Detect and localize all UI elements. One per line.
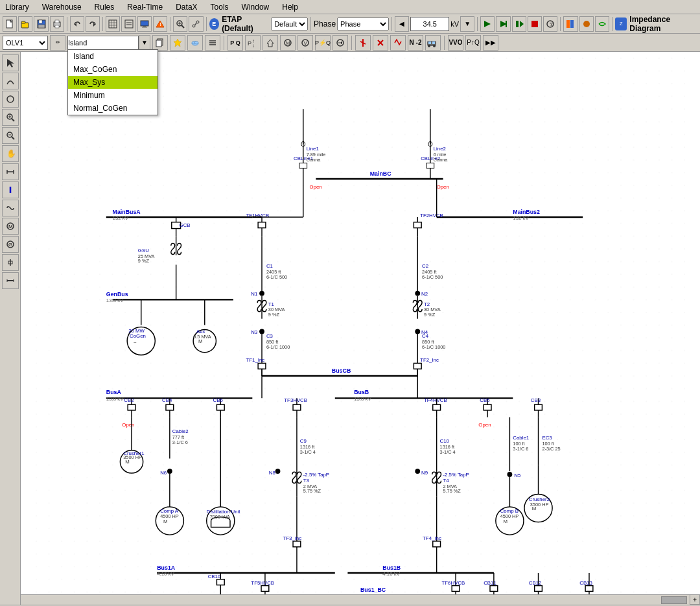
stop-button[interactable] — [528, 16, 542, 32]
list2-button[interactable] — [205, 35, 220, 51]
open-button[interactable] — [18, 16, 32, 32]
nmin2-button[interactable]: N -2 — [408, 35, 423, 51]
circle-tool[interactable] — [2, 91, 19, 108]
mode-option-maxcogen[interactable]: Max_CoGen — [68, 63, 158, 76]
mode-input[interactable] — [67, 36, 139, 50]
cb-tool[interactable] — [2, 254, 19, 271]
cloud-button[interactable] — [187, 35, 203, 51]
menu-realtime[interactable]: Real-Time — [124, 1, 165, 13]
mode-option-island[interactable]: Island — [68, 50, 158, 63]
one-line-diagram: MainBusA 132 kV MainBus2 132 kV MainBC C… — [21, 52, 700, 605]
sep9 — [612, 17, 612, 31]
bus-tool[interactable] — [2, 181, 19, 198]
menu-library[interactable]: Library — [3, 1, 32, 13]
color2-button[interactable] — [579, 16, 594, 32]
impedance-section: Z Impedance Diagram — [615, 15, 697, 33]
gen-button[interactable]: P↑↓ — [245, 35, 261, 51]
horizontal-scrollbar[interactable] — [21, 594, 690, 605]
kv-input[interactable] — [410, 17, 449, 31]
zoom-in-tool[interactable] — [2, 109, 19, 126]
menu-datax[interactable]: DataX — [173, 1, 200, 13]
color1-button[interactable] — [563, 16, 578, 32]
menu-window[interactable]: Window — [239, 1, 272, 13]
fault1-button[interactable] — [355, 35, 371, 51]
monitor-button[interactable] — [137, 16, 152, 32]
svg-text:Canna: Canna — [434, 157, 449, 163]
svg-rect-19 — [141, 21, 148, 26]
link-button[interactable] — [189, 16, 203, 32]
print-button[interactable] — [50, 16, 64, 32]
new-button[interactable] — [3, 16, 17, 32]
menu-rules[interactable]: Rules — [92, 1, 117, 13]
arc-tool[interactable] — [2, 73, 19, 89]
star-button[interactable] — [170, 35, 185, 51]
pan-tool[interactable]: ✋ — [2, 145, 19, 162]
mode-option-minimum[interactable]: Minimum — [68, 89, 158, 102]
svg-point-41 — [583, 21, 590, 27]
olv-select[interactable]: OLV1 — [3, 36, 48, 50]
menu-tools[interactable]: Tools — [208, 1, 231, 13]
svg-text:MainBus2: MainBus2 — [513, 209, 540, 215]
redo-button[interactable] — [86, 16, 100, 32]
kv-back-button[interactable]: ◀ — [395, 16, 409, 32]
measure-tool[interactable] — [2, 163, 19, 180]
mode-option-normalcogen[interactable]: Normal_CoGen — [68, 102, 158, 115]
save-button[interactable] — [34, 16, 48, 32]
svg-point-47 — [194, 41, 198, 44]
phase-select[interactable]: Phase — [337, 17, 389, 30]
run1-button[interactable] — [480, 16, 495, 32]
svg-text:Open: Open — [478, 422, 491, 428]
cable-tool[interactable] — [2, 272, 19, 289]
run2-button[interactable] — [496, 16, 510, 32]
list-button[interactable] — [121, 16, 135, 32]
fault3-button[interactable] — [390, 35, 406, 51]
sep4 — [206, 17, 207, 31]
zoom-fit-button[interactable] — [173, 16, 187, 32]
undo-button[interactable] — [70, 16, 84, 32]
svg-text:C1: C1 — [266, 263, 273, 269]
voltage-button[interactable]: V — [298, 35, 313, 51]
svg-text:6-1/C 500: 6-1/C 500 — [266, 274, 287, 280]
load-button[interactable] — [262, 35, 278, 51]
copy-button[interactable] — [152, 35, 168, 51]
svg-line-73 — [12, 137, 14, 139]
svg-text:Bus1A: Bus1A — [157, 565, 176, 571]
arrow-right-button[interactable]: P↑Q — [465, 35, 481, 51]
motor-tool[interactable]: M — [2, 218, 19, 235]
svg-text:MainBC: MainBC — [370, 170, 391, 177]
pq2-button[interactable]: P⚡Q — [315, 35, 331, 51]
train-button[interactable] — [425, 35, 441, 51]
anim-button[interactable] — [595, 16, 609, 32]
info-button[interactable]: ? — [543, 16, 557, 32]
svg-text:5.75 %Z: 5.75 %Z — [303, 488, 321, 494]
sep5 — [310, 17, 311, 31]
menu-warehouse[interactable]: Warehouse — [40, 1, 84, 13]
toolbar-row2: OLV1 ✏ ▼ Island Max_CoGen Max_Sys Minimu… — [0, 34, 700, 52]
svg-text:EC3: EC3 — [542, 435, 552, 441]
fault2-button[interactable] — [373, 35, 388, 51]
svg-text:N3: N3 — [251, 329, 258, 335]
sep11 — [351, 36, 352, 50]
svg-text:CB13: CB13 — [579, 580, 592, 586]
grid-button[interactable] — [106, 16, 120, 32]
mode-dropdown-btn[interactable]: ▼ — [139, 35, 150, 51]
vvo-button[interactable]: VVO — [448, 35, 463, 51]
run3-button[interactable] — [512, 16, 526, 32]
kv-down-button[interactable]: ▼ — [460, 16, 474, 32]
pq1-button[interactable]: P Q — [228, 35, 243, 51]
alert-button[interactable]: ! — [153, 16, 167, 32]
trans-tool[interactable] — [2, 200, 19, 216]
cursor-tool[interactable] — [2, 54, 19, 71]
etap-profile-select[interactable]: Default — [271, 17, 308, 30]
motor-button[interactable]: M — [280, 35, 296, 51]
generator-tool[interactable]: G — [2, 236, 19, 253]
flow-button[interactable] — [332, 35, 348, 51]
menu-help[interactable]: Help — [279, 1, 301, 13]
scrollbar-thumb[interactable] — [661, 596, 687, 604]
scroll-right-button[interactable]: ▶▶ — [483, 35, 498, 51]
zoom-out-tool[interactable] — [2, 127, 19, 144]
svg-text:T4: T4 — [443, 478, 449, 484]
olv-edit-button[interactable]: ✏ — [50, 35, 65, 51]
mode-option-maxsys[interactable]: Max_Sys — [68, 76, 158, 89]
svg-text:M: M — [286, 40, 290, 46]
